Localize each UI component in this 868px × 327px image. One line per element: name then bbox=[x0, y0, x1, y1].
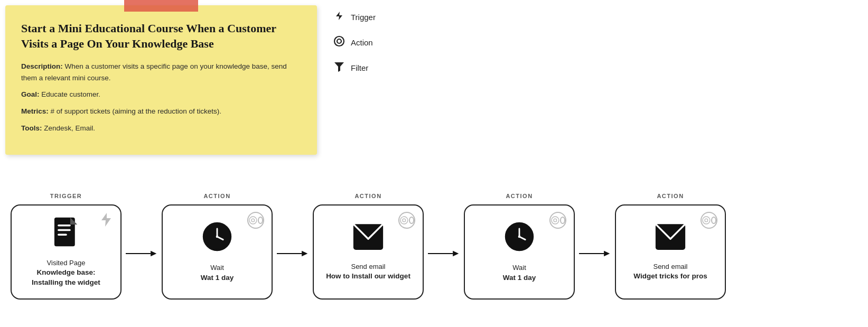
sticky-body: Description: When a customer visits a sp… bbox=[21, 61, 301, 134]
step-0-label: TRIGGER bbox=[50, 193, 82, 199]
step-0-line2: Knowledge base:Installing the widget bbox=[32, 268, 100, 288]
flow-arrow bbox=[122, 246, 162, 261]
svg-marker-20 bbox=[302, 251, 307, 256]
description-paragraph: Description: When a customer visits a sp… bbox=[21, 61, 301, 83]
tools-label: Tools: bbox=[21, 124, 42, 132]
svg-marker-3 bbox=[334, 62, 344, 72]
svg-point-2 bbox=[337, 39, 341, 43]
step-3-card[interactable]: Wait Wat 1 day bbox=[464, 204, 575, 300]
flow-step-4[interactable]: ACTION Send email Widget tricks for pros bbox=[615, 193, 726, 300]
step-1-card[interactable]: Wait Wat 1 day bbox=[162, 204, 273, 300]
goal-text: Educate customer. bbox=[41, 90, 100, 98]
metrics-paragraph: Metrics: # of support tickets (aiming at… bbox=[21, 106, 301, 117]
svg-point-36 bbox=[705, 219, 708, 222]
step-2-line1: Send email bbox=[326, 262, 410, 272]
flow-step-0[interactable]: TRIGGER Visited Page Knowledge base:Inst… bbox=[11, 193, 122, 300]
tools-text: Zendesk, Email. bbox=[44, 124, 95, 132]
action-badge-icon bbox=[701, 212, 717, 229]
sticky-tape bbox=[124, 0, 198, 12]
metrics-label: Metrics: bbox=[21, 107, 49, 115]
svg-point-13 bbox=[251, 219, 255, 222]
svg-point-21 bbox=[400, 217, 408, 224]
flow-step-1[interactable]: ACTION Wait Wat 1 day bbox=[162, 193, 273, 300]
step-1-main-icon bbox=[201, 221, 233, 257]
legend-trigger: Trigger bbox=[333, 11, 376, 24]
action-icon bbox=[333, 35, 346, 50]
flow-diagram: TRIGGER Visited Page Knowledge base:Inst… bbox=[0, 193, 868, 300]
step-3-line2: Wat 1 day bbox=[503, 273, 536, 283]
step-1-line2: Wat 1 day bbox=[201, 273, 234, 283]
step-0-text: Visited Page Knowledge base:Installing t… bbox=[32, 258, 100, 288]
step-4-main-icon bbox=[655, 222, 686, 256]
metrics-text: # of support tickets (aiming at the redu… bbox=[51, 107, 221, 115]
svg-point-32 bbox=[518, 236, 521, 238]
flow-arrow bbox=[273, 246, 313, 261]
sticky-title: Start a Mini Educational Course When a C… bbox=[21, 21, 301, 51]
svg-marker-0 bbox=[336, 12, 342, 20]
svg-point-12 bbox=[249, 217, 257, 224]
step-3-text: Wait Wat 1 day bbox=[503, 263, 536, 283]
step-0-card[interactable]: Visited Page Knowledge base:Installing t… bbox=[11, 204, 122, 300]
step-1-line1: Wait bbox=[201, 263, 234, 273]
step-0-line1: Visited Page bbox=[32, 258, 100, 268]
goal-paragraph: Goal: Educate customer. bbox=[21, 89, 301, 100]
sticky-note: Start a Mini Educational Course When a C… bbox=[5, 5, 317, 155]
step-2-text: Send email How to Install our widget bbox=[326, 262, 410, 282]
svg-marker-4 bbox=[101, 213, 111, 227]
step-3-main-icon bbox=[503, 221, 535, 257]
svg-marker-25 bbox=[453, 251, 459, 256]
svg-rect-8 bbox=[58, 234, 67, 236]
legend-trigger-label: Trigger bbox=[351, 13, 376, 22]
step-2-card[interactable]: Send email How to Install our widget bbox=[313, 204, 424, 300]
lightning-icon bbox=[333, 11, 346, 24]
filter-icon bbox=[333, 61, 346, 74]
step-4-card[interactable]: Send email Widget tricks for pros bbox=[615, 204, 726, 300]
action-badge-icon bbox=[549, 212, 566, 229]
step-2-label: ACTION bbox=[354, 193, 381, 199]
action-badge-icon bbox=[398, 212, 415, 229]
flow-arrow bbox=[575, 246, 615, 261]
legend-action-label: Action bbox=[351, 38, 373, 47]
step-2-line2: How to Install our widget bbox=[326, 272, 410, 282]
svg-point-1 bbox=[334, 36, 344, 46]
step-4-line2: Widget tricks for pros bbox=[633, 272, 707, 282]
step-4-line1: Send email bbox=[633, 262, 707, 272]
step-4-label: ACTION bbox=[657, 193, 684, 199]
flow-arrow bbox=[424, 246, 464, 261]
svg-rect-6 bbox=[58, 225, 71, 227]
step-0-main-icon bbox=[52, 216, 80, 252]
svg-point-26 bbox=[552, 217, 559, 224]
flow-step-3[interactable]: ACTION Wait Wat 1 day bbox=[464, 193, 575, 300]
svg-marker-11 bbox=[151, 251, 156, 256]
legend-action: Action bbox=[333, 35, 376, 50]
svg-point-27 bbox=[554, 219, 557, 222]
legend-filter-label: Filter bbox=[351, 63, 368, 72]
trigger-lightning-icon bbox=[99, 212, 113, 230]
legend-filter: Filter bbox=[333, 61, 376, 74]
svg-point-18 bbox=[216, 236, 219, 238]
step-4-text: Send email Widget tricks for pros bbox=[633, 262, 707, 282]
action-badge-icon bbox=[247, 212, 264, 229]
step-1-text: Wait Wat 1 day bbox=[201, 263, 234, 283]
svg-point-35 bbox=[703, 217, 710, 224]
svg-marker-34 bbox=[604, 251, 610, 256]
tools-paragraph: Tools: Zendesk, Email. bbox=[21, 123, 301, 134]
legend: Trigger Action Filter bbox=[333, 11, 376, 86]
step-1-label: ACTION bbox=[203, 193, 230, 199]
svg-rect-7 bbox=[58, 229, 71, 231]
flow-step-2[interactable]: ACTION Send email How to Install our wid… bbox=[313, 193, 424, 300]
step-3-label: ACTION bbox=[506, 193, 533, 199]
goal-label: Goal: bbox=[21, 90, 40, 98]
svg-point-22 bbox=[403, 219, 406, 222]
step-2-main-icon bbox=[352, 222, 384, 256]
description-label: Description: bbox=[21, 62, 63, 70]
step-3-line1: Wait bbox=[503, 263, 536, 273]
